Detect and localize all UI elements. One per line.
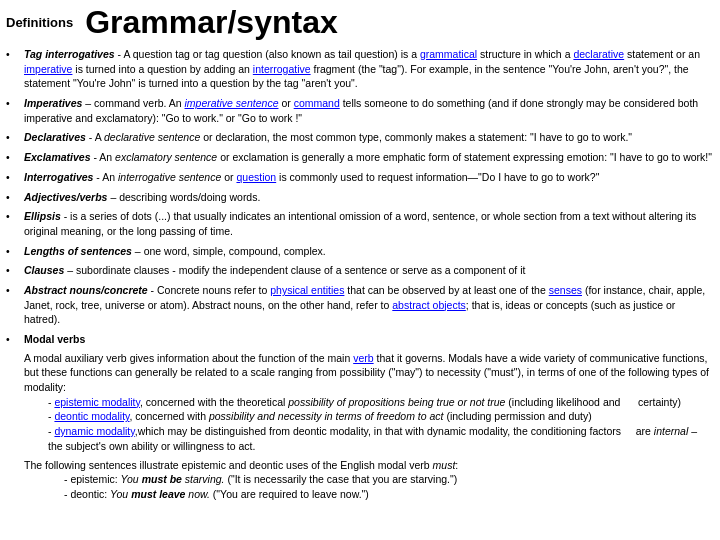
list-item: • Abstract nouns/concrete - Concrete nou… (6, 283, 714, 327)
item-imperatives: Imperatives – command verb. An imperativ… (24, 96, 714, 125)
term: Exclamatives (24, 151, 91, 163)
item-lengths-of-sentences: Lengths of sentences – one word, simple,… (24, 244, 714, 259)
list-item: • Lengths of sentences – one word, simpl… (6, 244, 714, 259)
term: Adjectives/verbs (24, 191, 107, 203)
item-ellipsis: Ellipsis - is a series of dots (...) tha… (24, 209, 714, 238)
term: Lengths of sentences (24, 245, 132, 257)
item-clauses: Clauses – subordinate clauses - modify t… (24, 263, 714, 278)
link-senses[interactable]: senses (549, 284, 582, 296)
imperative-sentence-link: imperative sentence (185, 97, 279, 109)
term: Interrogatives (24, 171, 93, 183)
link-command[interactable]: command (294, 97, 340, 109)
term: Clauses (24, 264, 64, 276)
modal-deontic: - deontic modality, concerned with possi… (48, 409, 714, 424)
list-item: • Modal verbs A modal auxiliary verb giv… (6, 332, 714, 502)
list-item: • Exclamatives - An exclamatory sentence… (6, 150, 714, 165)
bullet: • (6, 150, 20, 165)
bullet: • (6, 130, 20, 145)
page-title: Grammar/syntax (85, 4, 338, 41)
list-item: • Tag interrogatives - A question tag or… (6, 47, 714, 91)
link-verb[interactable]: verb (353, 352, 373, 364)
link-question[interactable]: question (236, 171, 276, 183)
link-interrogative[interactable]: interrogative (253, 63, 311, 75)
bullet: • (6, 96, 20, 111)
term: Tag interrogatives (24, 48, 115, 60)
bullet: • (6, 283, 20, 298)
item-interrogatives: Interrogatives - An interrogative senten… (24, 170, 714, 185)
list-item: • Imperatives – command verb. An imperat… (6, 96, 714, 125)
bullet: • (6, 244, 20, 259)
link-epistemic[interactable]: epistemic modality (54, 396, 140, 408)
link-imperative[interactable]: imperative (24, 63, 72, 75)
link-dynamic[interactable]: dynamic modality (54, 425, 134, 437)
list-item: • Clauses – subordinate clauses - modify… (6, 263, 714, 278)
term: Modal verbs (24, 333, 85, 345)
bullet: • (6, 332, 20, 347)
term: Abstract nouns/concrete (24, 284, 148, 296)
modal-epistemic: - epistemic modality, concerned with the… (48, 395, 714, 410)
link-deontic[interactable]: deontic modality (54, 410, 129, 422)
modal-dynamic: - dynamic modality,which may be distingu… (48, 424, 714, 453)
link-grammatical[interactable]: grammatical (420, 48, 477, 60)
bullet: • (6, 47, 20, 62)
list-item: • Declaratives - A declarative sentence … (6, 130, 714, 145)
item-declaratives: Declaratives - A declarative sentence or… (24, 130, 714, 145)
content-list: • Tag interrogatives - A question tag or… (6, 47, 714, 502)
link-physical-entities[interactable]: physical entities (270, 284, 344, 296)
bullet: • (6, 263, 20, 278)
modal-deontic-example: - deontic: You must leave now. ("You are… (64, 487, 714, 502)
bullet: • (6, 190, 20, 205)
list-item: • Ellipsis - is a series of dots (...) t… (6, 209, 714, 238)
modal-epistemic-example: - epistemic: You must be starving. ("It … (64, 472, 714, 487)
modal-section: A modal auxiliary verb gives information… (24, 351, 714, 395)
item-adjectives-verbs: Adjectives/verbs – describing words/doin… (24, 190, 714, 205)
item-modal-verbs: Modal verbs A modal auxiliary verb gives… (24, 332, 714, 502)
definitions-label: Definitions (6, 15, 73, 30)
item-abstract-nouns: Abstract nouns/concrete - Concrete nouns… (24, 283, 714, 327)
bullet: • (6, 170, 20, 185)
bullet: • (6, 209, 20, 224)
list-item: • Adjectives/verbs – describing words/do… (6, 190, 714, 205)
list-item: • Interrogatives - An interrogative sent… (6, 170, 714, 185)
item-exclamatives: Exclamatives - An exclamatory sentence o… (24, 150, 714, 165)
term: Imperatives (24, 97, 82, 109)
term: Declaratives (24, 131, 86, 143)
link-abstract-objects[interactable]: abstract objects (392, 299, 466, 311)
term: Ellipsis (24, 210, 61, 222)
modal-following: The following sentences illustrate epist… (24, 458, 714, 473)
item-tag-interrogatives: Tag interrogatives - A question tag or t… (24, 47, 714, 91)
link-declarative[interactable]: declarative (573, 48, 624, 60)
